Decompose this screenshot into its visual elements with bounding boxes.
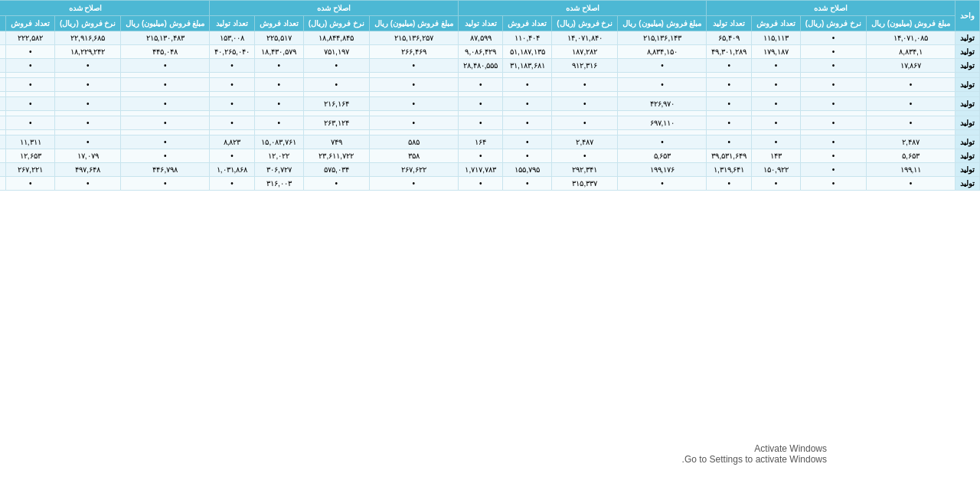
data-cell: • bbox=[369, 78, 458, 92]
table-row: تولید۸,۸۳۴,۱•۱۷۹,۱۸۷۴۹,۳۰۱,۲۸۹۸,۸۳۴,۱۵۰۱… bbox=[0, 45, 980, 59]
data-cell: • bbox=[800, 163, 866, 177]
data-cell bbox=[618, 111, 707, 116]
data-cell: • bbox=[121, 116, 210, 130]
data-cell: ۵۷۵,۰۳۴ bbox=[303, 163, 369, 177]
data-cell: • bbox=[707, 116, 752, 130]
data-cell: ۲۲۵,۵۱۷ bbox=[254, 31, 303, 45]
unit-cell: تولید bbox=[956, 177, 980, 191]
data-cell: • bbox=[254, 97, 303, 111]
data-cell: ۱۹۹,۱۱ bbox=[867, 163, 956, 177]
data-cell: • bbox=[55, 136, 121, 149]
data-cell: ۳۱,۱۸۳,۶۸۱ bbox=[503, 59, 552, 73]
data-cell bbox=[800, 111, 866, 116]
data-cell: ۹۱۲,۳۱۶ bbox=[552, 59, 618, 73]
data-cell: ۲۶۷,۶۲۲ bbox=[369, 163, 458, 177]
data-cell: • bbox=[503, 116, 552, 130]
data-cell: ۲۳,۶۱۱,۷۲۲ bbox=[303, 149, 369, 163]
data-cell bbox=[552, 73, 618, 78]
data-cell bbox=[254, 92, 303, 97]
data-cell bbox=[210, 130, 255, 136]
data-cell bbox=[552, 111, 618, 116]
data-cell: • bbox=[752, 97, 801, 111]
data-cell: • bbox=[800, 59, 866, 73]
table-row: تولید۱۴,۰۷۱,۰۸۵•۱۱۵,۱۱۳۶۵,۴۰۹۲۱۵,۱۳۶,۱۴۳… bbox=[0, 31, 980, 45]
data-cell: ۱۵۵,۷۹۵ bbox=[503, 163, 552, 177]
data-cell: • bbox=[303, 78, 369, 92]
data-cell bbox=[121, 92, 210, 97]
data-cell bbox=[752, 130, 801, 136]
data-cell: ۴۰,۲۶۵,۰۴۰ bbox=[210, 45, 255, 59]
data-cell: • bbox=[552, 116, 618, 130]
col-h-2-2: نرخ فروش (ریال) bbox=[552, 16, 618, 31]
data-cell bbox=[55, 92, 121, 97]
data-cell bbox=[867, 111, 956, 116]
data-cell: ۲۱۰,۸۰۶ bbox=[0, 97, 6, 111]
data-cell bbox=[867, 130, 956, 136]
data-cell: • bbox=[0, 136, 6, 149]
data-cell bbox=[303, 111, 369, 116]
data-cell bbox=[867, 92, 956, 97]
unit-cell bbox=[956, 130, 980, 136]
data-cell: • bbox=[210, 177, 255, 191]
data-cell: • bbox=[6, 45, 55, 59]
data-cell: ۷۵۱,۱۹۷ bbox=[303, 45, 369, 59]
data-cell: • bbox=[6, 59, 55, 73]
data-cell: ۹,۰۸۶,۴۲۹ bbox=[458, 45, 503, 59]
main-table-wrapper[interactable]: واحد اصلاح شده اصلاح شده اصلاح شده اصلاح… bbox=[0, 0, 980, 503]
data-cell: • bbox=[254, 116, 303, 130]
data-cell: ۱۵,۰۸۳,۷۶۱ bbox=[254, 136, 303, 149]
data-cell: • bbox=[458, 97, 503, 111]
data-cell: ۴۴۵,۰۴۸ bbox=[121, 45, 210, 59]
data-cell: • bbox=[369, 59, 458, 73]
data-cell bbox=[303, 92, 369, 97]
data-cell: ۲۱۵,۱۳۶,۲۵۷ bbox=[369, 31, 458, 45]
col-h-1-3: تعداد فروش bbox=[752, 16, 801, 31]
data-cell bbox=[503, 92, 552, 97]
data-cell: ۲۶۳,۱۲۴ bbox=[303, 116, 369, 130]
data-cell bbox=[618, 92, 707, 97]
data-cell: • bbox=[503, 78, 552, 92]
data-cell: • bbox=[0, 45, 6, 59]
data-cell: ۱۷,۸۶۷ bbox=[867, 59, 956, 73]
data-cell: • bbox=[552, 149, 618, 163]
data-cell: • bbox=[458, 116, 503, 130]
data-cell bbox=[707, 73, 752, 78]
data-cell: ۴۹۷,۶۴۸ bbox=[55, 163, 121, 177]
data-cell: ۵,۶۵۳ bbox=[618, 149, 707, 163]
data-cell: ۱۷۹,۱۸۷ bbox=[752, 45, 801, 59]
col-h-1-1: مبلغ فروش (میلیون) ریال bbox=[867, 16, 956, 31]
data-cell: ۱۹۹,۱۷۶ bbox=[618, 163, 707, 177]
data-cell: • bbox=[369, 177, 458, 191]
data-cell: • bbox=[121, 78, 210, 92]
data-cell bbox=[303, 130, 369, 136]
data-cell bbox=[552, 92, 618, 97]
col-h-3-2: نرخ فروش (ریال) bbox=[303, 16, 369, 31]
data-cell bbox=[0, 92, 6, 97]
sub-header-row: مبلغ فروش (میلیون) ریال نرخ فروش (ریال) … bbox=[0, 16, 980, 31]
data-cell: ۳۹,۵۳۱,۶۴۹ bbox=[707, 149, 752, 163]
data-cell: • bbox=[369, 97, 458, 111]
data-cell: • bbox=[867, 177, 956, 191]
unit-cell: تولید bbox=[956, 149, 980, 163]
data-cell: ۱۸۵,۶۵۷ bbox=[0, 31, 6, 45]
data-cell: • bbox=[800, 136, 866, 149]
data-cell bbox=[707, 130, 752, 136]
table-row: تولید۵,۶۵۳•۱۴۳۳۹,۵۳۱,۶۴۹۵,۶۵۳•••۳۵۸۲۳,۶۱… bbox=[0, 149, 980, 163]
data-cell: ۵,۶۵۳ bbox=[867, 149, 956, 163]
data-cell: ۱,۱۱۶,۰۱۱ bbox=[0, 163, 6, 177]
data-cell bbox=[55, 111, 121, 116]
data-cell bbox=[707, 111, 752, 116]
data-cell bbox=[121, 73, 210, 78]
data-cell bbox=[210, 73, 255, 78]
data-cell: • bbox=[552, 78, 618, 92]
col-h-3-3: تعداد فروش bbox=[254, 16, 303, 31]
unit-cell: تولید bbox=[956, 136, 980, 149]
data-cell: ۳۰۶,۷۲۷ bbox=[254, 163, 303, 177]
data-cell: • bbox=[458, 149, 503, 163]
unit-col-header: واحد bbox=[956, 1, 980, 31]
data-cell: ۱۲,۶۵۳ bbox=[6, 149, 55, 163]
data-cell bbox=[6, 130, 55, 136]
data-cell: • bbox=[707, 136, 752, 149]
data-cell: ۸۷,۵۹۹ bbox=[458, 31, 503, 45]
table-row: تولید۱۷,۸۶۷••••۹۱۲,۳۱۶۳۱,۱۸۳,۶۸۱۲۸,۴۸۰,۵… bbox=[0, 59, 980, 73]
